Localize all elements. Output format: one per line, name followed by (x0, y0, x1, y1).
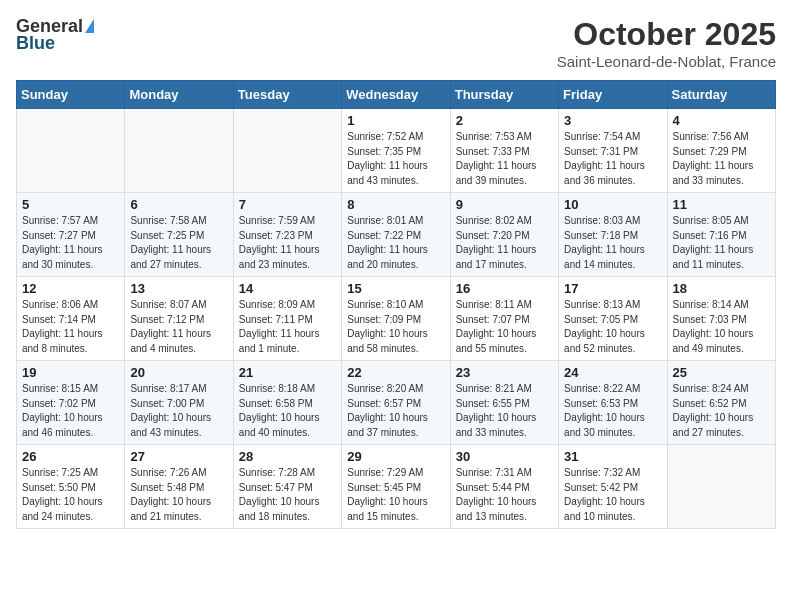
day-info: Sunrise: 8:17 AM Sunset: 7:00 PM Dayligh… (130, 382, 227, 440)
calendar-day-20: 20Sunrise: 8:17 AM Sunset: 7:00 PM Dayli… (125, 361, 233, 445)
day-number: 9 (456, 197, 553, 212)
day-number: 21 (239, 365, 336, 380)
calendar-table: SundayMondayTuesdayWednesdayThursdayFrid… (16, 80, 776, 529)
calendar-day-24: 24Sunrise: 8:22 AM Sunset: 6:53 PM Dayli… (559, 361, 667, 445)
day-info: Sunrise: 8:24 AM Sunset: 6:52 PM Dayligh… (673, 382, 770, 440)
calendar-day-27: 27Sunrise: 7:26 AM Sunset: 5:48 PM Dayli… (125, 445, 233, 529)
day-info: Sunrise: 8:05 AM Sunset: 7:16 PM Dayligh… (673, 214, 770, 272)
calendar-day-4: 4Sunrise: 7:56 AM Sunset: 7:29 PM Daylig… (667, 109, 775, 193)
day-number: 31 (564, 449, 661, 464)
logo-blue-text: Blue (16, 33, 55, 54)
calendar-day-10: 10Sunrise: 8:03 AM Sunset: 7:18 PM Dayli… (559, 193, 667, 277)
day-number: 28 (239, 449, 336, 464)
day-number: 8 (347, 197, 444, 212)
calendar-day-5: 5Sunrise: 7:57 AM Sunset: 7:27 PM Daylig… (17, 193, 125, 277)
calendar-day-25: 25Sunrise: 8:24 AM Sunset: 6:52 PM Dayli… (667, 361, 775, 445)
calendar-day-19: 19Sunrise: 8:15 AM Sunset: 7:02 PM Dayli… (17, 361, 125, 445)
location-title: Saint-Leonard-de-Noblat, France (557, 53, 776, 70)
calendar-day-1: 1Sunrise: 7:52 AM Sunset: 7:35 PM Daylig… (342, 109, 450, 193)
calendar-day-8: 8Sunrise: 8:01 AM Sunset: 7:22 PM Daylig… (342, 193, 450, 277)
calendar-day-31: 31Sunrise: 7:32 AM Sunset: 5:42 PM Dayli… (559, 445, 667, 529)
calendar-day-23: 23Sunrise: 8:21 AM Sunset: 6:55 PM Dayli… (450, 361, 558, 445)
month-title: October 2025 (557, 16, 776, 53)
calendar-day-7: 7Sunrise: 7:59 AM Sunset: 7:23 PM Daylig… (233, 193, 341, 277)
day-info: Sunrise: 8:22 AM Sunset: 6:53 PM Dayligh… (564, 382, 661, 440)
day-number: 25 (673, 365, 770, 380)
day-number: 23 (456, 365, 553, 380)
weekday-header-sunday: Sunday (17, 81, 125, 109)
calendar-day-2: 2Sunrise: 7:53 AM Sunset: 7:33 PM Daylig… (450, 109, 558, 193)
day-info: Sunrise: 7:59 AM Sunset: 7:23 PM Dayligh… (239, 214, 336, 272)
day-number: 14 (239, 281, 336, 296)
calendar-day-16: 16Sunrise: 8:11 AM Sunset: 7:07 PM Dayli… (450, 277, 558, 361)
day-number: 13 (130, 281, 227, 296)
day-info: Sunrise: 8:20 AM Sunset: 6:57 PM Dayligh… (347, 382, 444, 440)
calendar-day-28: 28Sunrise: 7:28 AM Sunset: 5:47 PM Dayli… (233, 445, 341, 529)
day-number: 19 (22, 365, 119, 380)
day-number: 18 (673, 281, 770, 296)
day-info: Sunrise: 7:56 AM Sunset: 7:29 PM Dayligh… (673, 130, 770, 188)
day-number: 10 (564, 197, 661, 212)
day-info: Sunrise: 8:13 AM Sunset: 7:05 PM Dayligh… (564, 298, 661, 356)
day-number: 12 (22, 281, 119, 296)
day-number: 11 (673, 197, 770, 212)
calendar-day-12: 12Sunrise: 8:06 AM Sunset: 7:14 PM Dayli… (17, 277, 125, 361)
day-number: 3 (564, 113, 661, 128)
day-number: 17 (564, 281, 661, 296)
day-info: Sunrise: 8:11 AM Sunset: 7:07 PM Dayligh… (456, 298, 553, 356)
weekday-header-saturday: Saturday (667, 81, 775, 109)
page-header: General Blue October 2025 Saint-Leonard-… (16, 16, 776, 70)
title-area: October 2025 Saint-Leonard-de-Noblat, Fr… (557, 16, 776, 70)
day-number: 22 (347, 365, 444, 380)
day-info: Sunrise: 8:15 AM Sunset: 7:02 PM Dayligh… (22, 382, 119, 440)
day-info: Sunrise: 8:14 AM Sunset: 7:03 PM Dayligh… (673, 298, 770, 356)
calendar-day-14: 14Sunrise: 8:09 AM Sunset: 7:11 PM Dayli… (233, 277, 341, 361)
day-number: 24 (564, 365, 661, 380)
day-number: 6 (130, 197, 227, 212)
day-number: 2 (456, 113, 553, 128)
day-info: Sunrise: 8:01 AM Sunset: 7:22 PM Dayligh… (347, 214, 444, 272)
day-info: Sunrise: 7:29 AM Sunset: 5:45 PM Dayligh… (347, 466, 444, 524)
calendar-empty-cell (125, 109, 233, 193)
calendar-week-row: 26Sunrise: 7:25 AM Sunset: 5:50 PM Dayli… (17, 445, 776, 529)
day-info: Sunrise: 8:03 AM Sunset: 7:18 PM Dayligh… (564, 214, 661, 272)
day-number: 16 (456, 281, 553, 296)
day-info: Sunrise: 8:02 AM Sunset: 7:20 PM Dayligh… (456, 214, 553, 272)
logo: General Blue (16, 16, 94, 54)
day-number: 15 (347, 281, 444, 296)
calendar-day-6: 6Sunrise: 7:58 AM Sunset: 7:25 PM Daylig… (125, 193, 233, 277)
day-info: Sunrise: 7:53 AM Sunset: 7:33 PM Dayligh… (456, 130, 553, 188)
day-info: Sunrise: 7:54 AM Sunset: 7:31 PM Dayligh… (564, 130, 661, 188)
day-info: Sunrise: 7:52 AM Sunset: 7:35 PM Dayligh… (347, 130, 444, 188)
calendar-day-30: 30Sunrise: 7:31 AM Sunset: 5:44 PM Dayli… (450, 445, 558, 529)
calendar-day-22: 22Sunrise: 8:20 AM Sunset: 6:57 PM Dayli… (342, 361, 450, 445)
day-info: Sunrise: 7:26 AM Sunset: 5:48 PM Dayligh… (130, 466, 227, 524)
day-info: Sunrise: 8:06 AM Sunset: 7:14 PM Dayligh… (22, 298, 119, 356)
calendar-day-17: 17Sunrise: 8:13 AM Sunset: 7:05 PM Dayli… (559, 277, 667, 361)
day-info: Sunrise: 8:07 AM Sunset: 7:12 PM Dayligh… (130, 298, 227, 356)
day-info: Sunrise: 7:31 AM Sunset: 5:44 PM Dayligh… (456, 466, 553, 524)
day-number: 29 (347, 449, 444, 464)
calendar-week-row: 19Sunrise: 8:15 AM Sunset: 7:02 PM Dayli… (17, 361, 776, 445)
calendar-empty-cell (17, 109, 125, 193)
day-number: 27 (130, 449, 227, 464)
day-info: Sunrise: 7:32 AM Sunset: 5:42 PM Dayligh… (564, 466, 661, 524)
weekday-header-thursday: Thursday (450, 81, 558, 109)
calendar-header-row: SundayMondayTuesdayWednesdayThursdayFrid… (17, 81, 776, 109)
calendar-day-26: 26Sunrise: 7:25 AM Sunset: 5:50 PM Dayli… (17, 445, 125, 529)
day-number: 30 (456, 449, 553, 464)
day-number: 5 (22, 197, 119, 212)
day-number: 7 (239, 197, 336, 212)
calendar-day-11: 11Sunrise: 8:05 AM Sunset: 7:16 PM Dayli… (667, 193, 775, 277)
calendar-day-29: 29Sunrise: 7:29 AM Sunset: 5:45 PM Dayli… (342, 445, 450, 529)
day-info: Sunrise: 8:21 AM Sunset: 6:55 PM Dayligh… (456, 382, 553, 440)
weekday-header-monday: Monday (125, 81, 233, 109)
logo-triangle-icon (85, 19, 94, 33)
weekday-header-wednesday: Wednesday (342, 81, 450, 109)
day-info: Sunrise: 7:57 AM Sunset: 7:27 PM Dayligh… (22, 214, 119, 272)
day-number: 26 (22, 449, 119, 464)
day-info: Sunrise: 8:18 AM Sunset: 6:58 PM Dayligh… (239, 382, 336, 440)
calendar-day-15: 15Sunrise: 8:10 AM Sunset: 7:09 PM Dayli… (342, 277, 450, 361)
day-number: 20 (130, 365, 227, 380)
calendar-week-row: 1Sunrise: 7:52 AM Sunset: 7:35 PM Daylig… (17, 109, 776, 193)
